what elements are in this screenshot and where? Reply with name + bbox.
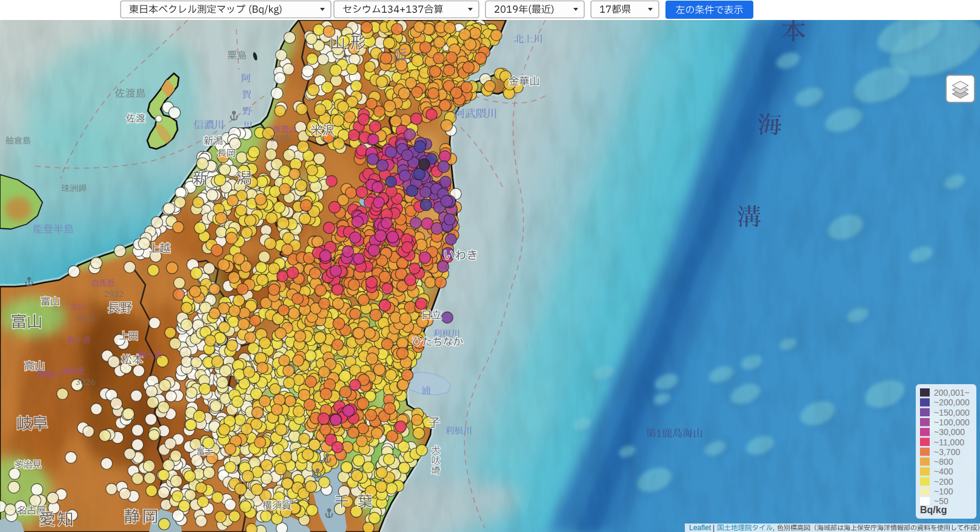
svg-text:~100,000: ~100,000 [934, 417, 970, 427]
svg-text:|: | [713, 524, 715, 532]
svg-text:~3,700: ~3,700 [934, 447, 960, 457]
svg-text:~100: ~100 [934, 487, 953, 496]
svg-text:Leaflet: Leaflet [689, 524, 712, 532]
svg-text:~11,000: ~11,000 [934, 437, 964, 447]
svg-text:~800: ~800 [934, 457, 953, 467]
svg-text:~30,000: ~30,000 [934, 427, 965, 437]
svg-text:~200,000: ~200,000 [934, 397, 970, 407]
svg-text:~400: ~400 [934, 467, 953, 476]
svg-text:~200: ~200 [934, 477, 953, 487]
svg-text:Bq/kg: Bq/kg [920, 505, 947, 515]
svg-text:~150,000: ~150,000 [934, 408, 970, 417]
svg-text:200,001~: 200,001~ [934, 388, 970, 397]
